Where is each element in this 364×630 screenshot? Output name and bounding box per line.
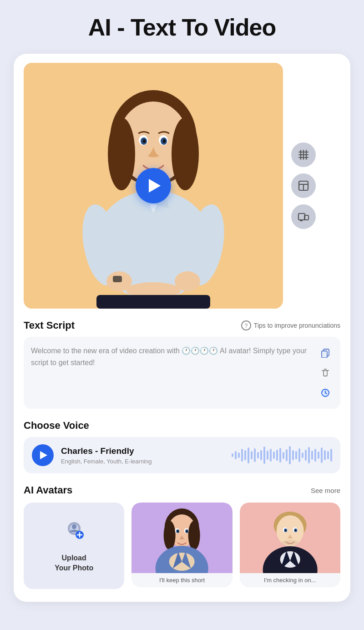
svg-point-51 — [188, 521, 200, 550]
svg-point-74 — [285, 529, 286, 531]
avatars-row: UploadYour Photo — [24, 503, 340, 589]
voice-card[interactable]: Charles - Friendly English, Female, Yout… — [24, 437, 340, 473]
see-more-link[interactable]: See more — [311, 487, 340, 494]
svg-point-44 — [72, 524, 76, 529]
svg-point-2 — [108, 117, 135, 190]
choose-voice-header: Choose Voice — [24, 420, 340, 432]
avatar-bg-1 — [131, 503, 232, 573]
upload-label: UploadYour Photo — [55, 553, 93, 574]
avatar-card-1[interactable]: I'll keep this short — [131, 503, 232, 589]
svg-point-50 — [164, 521, 176, 550]
upload-icon — [61, 518, 87, 549]
script-icons — [318, 345, 333, 401]
svg-rect-35 — [322, 351, 327, 358]
text-script-header: Text Script ? Tips to improve pronunciat… — [24, 320, 340, 331]
voice-play-button[interactable] — [32, 444, 54, 466]
svg-point-18 — [143, 139, 146, 143]
avatar-bg-2 — [240, 503, 340, 573]
svg-point-3 — [172, 117, 199, 190]
voice-tags: English, Female, Youth, E-learning — [61, 458, 224, 465]
copy-script-button[interactable] — [318, 345, 333, 361]
main-card: Text Script ? Tips to improve pronunciat… — [14, 54, 350, 602]
avatar-caption-1: I'll keep this short — [131, 573, 232, 587]
ai-avatars-header: AI Avatars See more — [24, 484, 340, 496]
script-box: Welcome to the new era of video creation… — [24, 337, 340, 409]
tips-icon: ? — [241, 320, 251, 330]
svg-rect-20 — [113, 276, 122, 282]
svg-rect-21 — [96, 295, 210, 309]
voice-info: Charles - Friendly English, Female, Yout… — [61, 446, 224, 465]
avatar-caption-2: I'm checking in on... — [240, 573, 340, 587]
ai-avatars-title: AI Avatars — [24, 484, 72, 496]
avatar-card-2[interactable]: I'm checking in on... — [240, 503, 340, 589]
svg-point-19 — [163, 139, 166, 143]
upload-avatar-card[interactable]: UploadYour Photo — [24, 503, 124, 589]
svg-point-61 — [177, 530, 178, 532]
waveform — [232, 445, 332, 465]
svg-rect-36 — [324, 371, 327, 376]
tips-link[interactable]: ? Tips to improve pronunciations — [241, 320, 340, 330]
side-controls — [291, 142, 316, 229]
svg-rect-31 — [298, 213, 305, 220]
video-section — [24, 63, 340, 309]
devices-icon[interactable] — [291, 204, 316, 229]
texture-icon[interactable] — [291, 142, 316, 167]
voice-name: Charles - Friendly — [61, 446, 224, 456]
svg-point-75 — [295, 529, 296, 531]
choose-voice-title: Choose Voice — [24, 420, 89, 432]
avatar-person-1 — [131, 503, 232, 573]
script-text: Welcome to the new era of video creation… — [31, 345, 313, 368]
play-button[interactable] — [136, 168, 171, 203]
text-script-title: Text Script — [24, 320, 75, 331]
delete-script-button[interactable] — [318, 365, 333, 381]
tips-label: Tips to improve pronunciations — [254, 322, 340, 329]
layout-icon[interactable] — [291, 173, 316, 198]
history-script-button[interactable] — [318, 385, 333, 401]
video-preview — [24, 63, 283, 309]
avatar-person-2 — [240, 503, 340, 573]
page-title: AI - Text To Video — [88, 14, 276, 41]
svg-point-76 — [282, 540, 298, 545]
svg-point-62 — [186, 530, 187, 532]
